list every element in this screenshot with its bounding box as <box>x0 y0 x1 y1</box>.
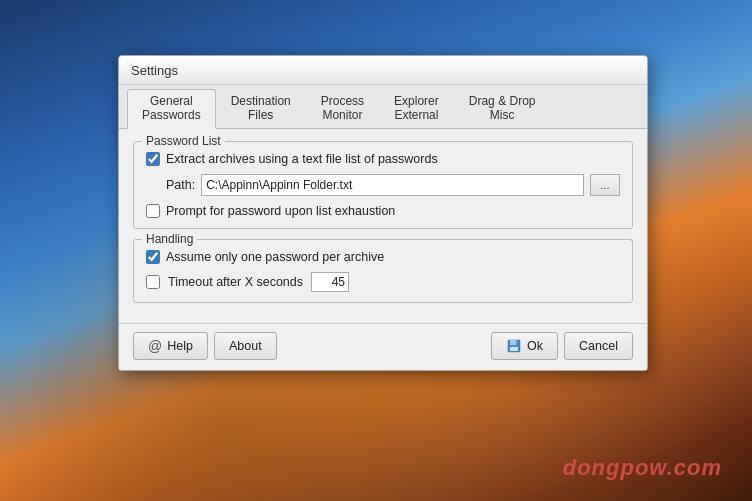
ok-button[interactable]: Ok <box>491 332 558 360</box>
handling-group: Handling Assume only one password per ar… <box>133 239 633 303</box>
svg-rect-1 <box>510 340 516 345</box>
tabs-row: General Passwords Destination Files Proc… <box>119 85 647 129</box>
about-button[interactable]: About <box>214 332 277 360</box>
prompt-checkbox[interactable] <box>146 204 160 218</box>
tab-drag-drop-misc[interactable]: Drag & Drop Misc <box>454 89 551 128</box>
cancel-button[interactable]: Cancel <box>564 332 633 360</box>
assume-checkbox[interactable] <box>146 250 160 264</box>
prompt-checkbox-label[interactable]: Prompt for password upon list exhaustion <box>166 204 395 218</box>
svg-rect-3 <box>516 340 518 343</box>
tab-general-passwords[interactable]: General Passwords <box>127 89 216 129</box>
dialog-titlebar: Settings <box>119 56 647 85</box>
footer-right: Ok Cancel <box>491 332 633 360</box>
assume-checkbox-label[interactable]: Assume only one password per archive <box>166 250 384 264</box>
extract-checkbox-row: Extract archives using a text file list … <box>146 152 620 166</box>
watermark: dongpow.com <box>563 455 722 481</box>
extract-checkbox[interactable] <box>146 152 160 166</box>
timeout-checkbox-row: Timeout after X seconds <box>146 272 620 292</box>
extract-checkbox-label[interactable]: Extract archives using a text file list … <box>166 152 438 166</box>
settings-dialog: Settings General Passwords Destination F… <box>118 55 648 371</box>
path-label: Path: <box>166 178 195 192</box>
tab-explorer-external[interactable]: Explorer External <box>379 89 454 128</box>
save-icon <box>506 338 522 354</box>
dialog-title: Settings <box>131 63 178 78</box>
password-list-group-label: Password List <box>142 134 225 148</box>
handling-group-label: Handling <box>142 232 197 246</box>
assume-checkbox-row: Assume only one password per archive <box>146 250 620 264</box>
timeout-input[interactable] <box>311 272 349 292</box>
tab-destination-files[interactable]: Destination Files <box>216 89 306 128</box>
footer-left: @ Help About <box>133 332 485 360</box>
dialog-body: Password List Extract archives using a t… <box>119 129 647 323</box>
timeout-checkbox-label[interactable]: Timeout after X seconds <box>168 275 303 289</box>
at-icon: @ <box>148 338 162 354</box>
password-list-group: Password List Extract archives using a t… <box>133 141 633 229</box>
ok-label: Ok <box>527 339 543 353</box>
timeout-checkbox[interactable] <box>146 275 160 289</box>
tab-process-monitor[interactable]: Process Monitor <box>306 89 379 128</box>
help-label: Help <box>167 339 193 353</box>
path-row: Path: ... <box>166 174 620 196</box>
help-button[interactable]: @ Help <box>133 332 208 360</box>
prompt-checkbox-row: Prompt for password upon list exhaustion <box>146 204 620 218</box>
about-label: About <box>229 339 262 353</box>
browse-button[interactable]: ... <box>590 174 620 196</box>
dialog-footer: @ Help About Ok Cancel <box>119 323 647 370</box>
path-input[interactable] <box>201 174 584 196</box>
cancel-label: Cancel <box>579 339 618 353</box>
svg-rect-2 <box>510 347 518 351</box>
